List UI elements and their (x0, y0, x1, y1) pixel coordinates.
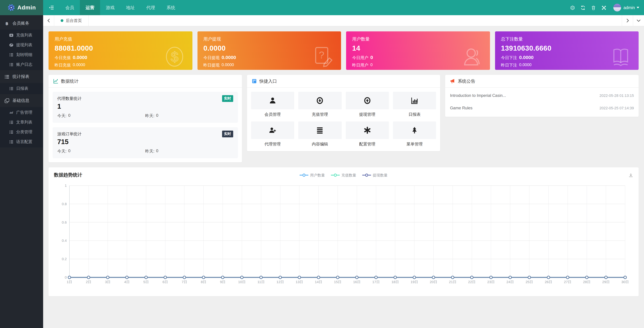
quick-entry-提现管理[interactable]: 提现管理 (346, 92, 389, 117)
today-value: 0 (68, 113, 70, 119)
arrow-up-circle-icon (364, 97, 371, 104)
yesterday-label: 昨日提现 (204, 62, 220, 68)
announcement-row[interactable]: Introduction to Imperial Casin...2022-05… (450, 89, 634, 102)
svg-text:26日: 26日 (545, 280, 552, 284)
quick-entry-内容编辑[interactable]: 内容编辑 (298, 121, 342, 147)
sidebar-item-提现列表[interactable]: 提现列表 (0, 40, 43, 50)
today-value: 0.0000 (519, 55, 534, 60)
calculator-icon (252, 79, 256, 84)
sidebar-item-分类管理[interactable]: 分类管理 (0, 127, 43, 137)
quick-entry-会员管理[interactable]: 会员管理 (251, 92, 294, 117)
hexagon-button[interactable] (568, 0, 578, 15)
panels-row: 数据统计 代理数量统计实时1今天:0昨天:0游戏订单统计实时715今天:0昨天:… (48, 75, 638, 162)
sidebar-item-label: 分类管理 (16, 129, 32, 135)
sidebar-item-文章列表[interactable]: 文章列表 (0, 117, 43, 127)
legend-提现数量[interactable]: 提现数量 (362, 173, 388, 178)
list-icon (4, 74, 10, 79)
nav-item-游戏[interactable]: 游戏 (100, 0, 120, 15)
legend-marker-icon (331, 174, 340, 177)
sidebar-item-账户日志[interactable]: 账户日志 (0, 60, 43, 70)
brand-logo[interactable]: Admin (0, 0, 43, 15)
sidebar-item-语言配置[interactable]: 语言配置 (0, 137, 43, 147)
list-icon (9, 53, 14, 57)
sidebar-item-label: 语言配置 (16, 139, 32, 145)
page-content: 用户充值88081.0000今日充值0.0000昨日充值0.0000$用户提现0… (43, 26, 644, 296)
svg-text:0.2: 0.2 (62, 257, 67, 261)
nav-item-会员[interactable]: 会员 (60, 0, 80, 15)
copy-icon (4, 98, 10, 103)
tabs-scroll-right-button[interactable] (622, 15, 633, 26)
announcement-row[interactable]: Game Rules2022-05-25 07:14:39 (450, 102, 634, 114)
refresh-button[interactable] (578, 0, 588, 15)
quick-entry-配置管理[interactable]: 配置管理 (346, 121, 389, 147)
quick-entry-代理管理[interactable]: 代理管理 (251, 121, 294, 147)
quick-entry-label: 日报表 (393, 112, 436, 117)
yesterday-label: 昨日充值 (54, 62, 71, 68)
expand-button[interactable] (599, 0, 609, 15)
tabs-menu-button[interactable] (633, 15, 644, 26)
sidebar-section-会员账务[interactable]: ฿会员账务 (0, 17, 43, 30)
download-icon[interactable] (628, 173, 633, 178)
megaphone-icon (450, 79, 455, 84)
quick-entry-日报表[interactable]: 日报表 (393, 92, 436, 117)
caret-down-icon (636, 7, 639, 9)
sidebar-section-基础信息[interactable]: 基础信息 (0, 94, 43, 107)
yesterday-col: 昨天:0 (145, 148, 233, 154)
today-label: 今天: (57, 113, 66, 119)
today-label: 今日下注 (501, 55, 517, 61)
svg-text:11日: 11日 (258, 280, 265, 284)
nav-item-label: 会员 (66, 5, 74, 11)
chevron-left-icon (47, 19, 50, 23)
nav-item-地址[interactable]: 地址 (120, 0, 140, 15)
svg-text:21日: 21日 (449, 280, 456, 284)
svg-text:ad: ad (10, 111, 13, 114)
yesterday-value: 0.0000 (519, 62, 532, 68)
menu-toggle-button[interactable] (43, 0, 60, 15)
legend-充值数量[interactable]: 充值数量 (331, 173, 356, 178)
sidebar-item-label: 划转明细 (16, 52, 32, 58)
user-avatar[interactable] (613, 4, 621, 12)
svg-text:12日: 12日 (276, 280, 284, 284)
sidebar-section-统计报表[interactable]: 统计报表 (0, 70, 43, 83)
username[interactable]: admin (624, 5, 635, 10)
bitcoin-icon: ฿ (4, 21, 10, 26)
announcements-title: 系统公告 (458, 78, 475, 84)
yesterday-value: 0 (156, 113, 158, 119)
stat-block-top: 代理数量统计实时 (57, 95, 233, 102)
nav-item-系统[interactable]: 系统 (161, 0, 181, 15)
quick-entry-菜单管理[interactable]: 菜单管理 (393, 121, 436, 147)
stat-card-用户数量: 用户数量14今日用户0昨日用户0 (346, 31, 490, 70)
stat-card-title: 总下注数量 (501, 36, 632, 42)
quick-entry-label: 菜单管理 (393, 141, 436, 147)
chevron-down-icon (636, 19, 641, 22)
stat-block-top: 游戏订单统计实时 (57, 131, 233, 137)
legend-label: 用户数量 (310, 173, 325, 178)
sidebar-item-广告管理[interactable]: ad广告管理 (0, 108, 43, 117)
share-circle-icon (9, 43, 14, 47)
sidebar-item-划转明细[interactable]: 划转明细 (0, 50, 43, 60)
tab-home[interactable]: 后台首页 (54, 15, 89, 26)
list-icon (9, 120, 14, 124)
nav-item-运营[interactable]: 运营 (80, 0, 100, 15)
svg-text:17日: 17日 (372, 280, 380, 284)
quick-entry-box (298, 92, 342, 109)
legend-用户数量[interactable]: 用户数量 (300, 173, 325, 178)
sidebar-item-label: 日报表 (16, 86, 28, 91)
svg-text:15日: 15日 (334, 280, 342, 284)
sidebar-item-日报表[interactable]: 日报表 (0, 84, 43, 93)
today-col: 今天:0 (57, 113, 145, 119)
stat-card-title: 用户数量 (352, 36, 484, 42)
tabs-scroll-left-button[interactable] (43, 15, 54, 26)
user-icon (269, 97, 276, 104)
nav-item-代理[interactable]: 代理 (140, 0, 161, 15)
arrow-down-circle-icon (316, 97, 324, 104)
svg-text:10日: 10日 (238, 280, 246, 284)
svg-text:1: 1 (65, 184, 67, 188)
svg-text:23日: 23日 (487, 280, 495, 284)
trash-button[interactable] (588, 0, 599, 15)
quick-entry-box (298, 121, 342, 139)
svg-text:5日: 5日 (144, 280, 149, 284)
sidebar-item-充值列表[interactable]: 充值列表 (0, 30, 43, 40)
announcement-time: 2022-05-28 01:13:15 (600, 93, 634, 97)
quick-entry-充值管理[interactable]: 充值管理 (298, 92, 342, 117)
